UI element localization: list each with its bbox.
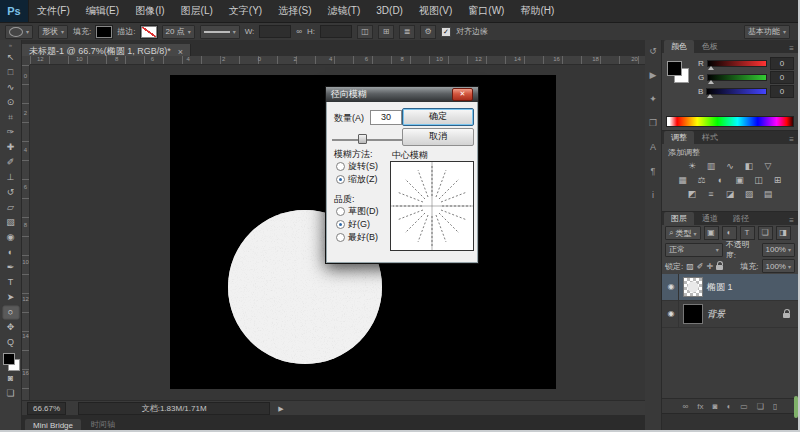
- lock-pixels-icon[interactable]: ✐: [697, 262, 704, 271]
- delete-layer-icon[interactable]: ▯: [773, 402, 777, 411]
- ok-button[interactable]: 确定: [402, 108, 474, 126]
- menu-item-view[interactable]: 视图(V): [411, 0, 460, 22]
- cancel-button[interactable]: 取消: [402, 128, 474, 146]
- arrange-icon[interactable]: ≣: [399, 25, 415, 39]
- adj-color-balance-icon[interactable]: ⚖: [694, 174, 709, 187]
- filter-pixel-icon[interactable]: ▣: [704, 226, 719, 240]
- tab-adjustments[interactable]: 调整: [664, 131, 694, 144]
- radio-good[interactable]: 好(G): [336, 218, 370, 231]
- panel-menu-icon[interactable]: ≡: [789, 44, 794, 53]
- adj-threshold-icon[interactable]: ◪: [723, 188, 738, 201]
- lock-position-icon[interactable]: ✛: [707, 262, 714, 271]
- radio-draft[interactable]: 草图(D): [336, 205, 379, 218]
- tool-quick-select[interactable]: ⊙: [2, 95, 20, 110]
- panel-menu-icon[interactable]: ≡: [789, 216, 794, 225]
- tool-dodge[interactable]: ◐: [2, 245, 20, 260]
- adjustment-layer-icon[interactable]: ◐: [726, 402, 731, 411]
- tool-brush[interactable]: ✐: [2, 155, 20, 170]
- slider-thumb[interactable]: [358, 134, 367, 144]
- red-value[interactable]: 0: [770, 57, 794, 70]
- tool-path-select[interactable]: ➤: [2, 290, 20, 305]
- history-panel-icon[interactable]: ↺: [646, 44, 661, 58]
- adj-color-lookup-icon[interactable]: ⊞: [770, 174, 785, 187]
- menu-item-3d[interactable]: 3D(D): [368, 0, 411, 22]
- tool-type[interactable]: T: [2, 275, 20, 290]
- lock-all-icon[interactable]: [716, 265, 723, 270]
- menu-item-help[interactable]: 帮助(H): [512, 0, 562, 22]
- document-size-info[interactable]: 文档:1.83M/1.71M: [78, 402, 270, 415]
- radio-spin[interactable]: 旋转(S): [336, 160, 378, 173]
- dialog-close-button[interactable]: ✕: [452, 88, 473, 101]
- foreground-color-swatch[interactable]: [3, 353, 15, 365]
- green-slider[interactable]: [707, 74, 767, 81]
- new-layer-icon[interactable]: ❏: [757, 402, 764, 411]
- tab-paths[interactable]: 路径: [726, 212, 756, 225]
- adj-black-white-icon[interactable]: ◐: [713, 174, 728, 187]
- tool-eyedropper[interactable]: ✑: [2, 125, 20, 140]
- width-field[interactable]: [259, 25, 291, 38]
- tool-ellipse-shape[interactable]: ○: [2, 305, 20, 320]
- scrollbar-thumb[interactable]: [794, 396, 798, 418]
- status-menu-arrow-icon[interactable]: ▶: [278, 405, 283, 413]
- tool-healing-brush[interactable]: ✚: [2, 140, 20, 155]
- tool-blur[interactable]: ◉: [2, 230, 20, 245]
- lock-transparent-icon[interactable]: ▨: [686, 262, 694, 271]
- dialog-title-bar[interactable]: 径向模糊 ✕: [326, 87, 478, 102]
- layer-name[interactable]: 椭圆 1: [707, 281, 733, 294]
- tool-mode-dropdown[interactable]: 形状▾: [38, 25, 68, 39]
- adj-gradient-map-icon[interactable]: ▤: [761, 188, 776, 201]
- tool-pen[interactable]: ✒: [2, 260, 20, 275]
- link-dimensions-icon[interactable]: ∞: [296, 27, 302, 36]
- menu-item-select[interactable]: 选择(S): [270, 0, 319, 22]
- toolbar-collapse-icon[interactable]: »: [9, 42, 12, 50]
- amount-input[interactable]: 30: [370, 110, 402, 125]
- quick-mask-button[interactable]: ◙: [2, 371, 20, 386]
- tab-styles[interactable]: 样式: [695, 131, 725, 144]
- menu-item-file[interactable]: 文件(F): [29, 0, 78, 22]
- tab-mini-bridge[interactable]: Mini Bridge: [25, 419, 81, 432]
- adj-levels-icon[interactable]: ▥: [704, 160, 719, 173]
- radio-selected-icon[interactable]: [336, 220, 345, 229]
- stroke-width-field[interactable]: 20 点▾: [162, 25, 195, 39]
- tool-zoom[interactable]: Q: [2, 335, 20, 350]
- adj-curves-icon[interactable]: ∿: [723, 160, 738, 173]
- stroke-type-dropdown[interactable]: ▾: [200, 25, 240, 39]
- tab-channels[interactable]: 通道: [695, 212, 725, 225]
- radio-zoom[interactable]: 缩放(Z): [336, 173, 378, 186]
- blue-value[interactable]: 0: [770, 85, 794, 98]
- layer-thumbnail[interactable]: [683, 304, 703, 324]
- visibility-eye-icon[interactable]: ◉: [664, 274, 679, 300]
- adj-vibrance-icon[interactable]: ▽: [761, 160, 776, 173]
- tab-close-icon[interactable]: ×: [178, 47, 183, 57]
- blend-mode-dropdown[interactable]: 正常 ▾: [665, 243, 723, 257]
- tab-swatches[interactable]: 色板: [695, 40, 725, 53]
- filter-shape-icon[interactable]: ❏: [758, 226, 773, 240]
- amount-slider[interactable]: [332, 132, 404, 141]
- layer-mask-icon[interactable]: ◙: [713, 402, 718, 411]
- visibility-eye-icon[interactable]: ◉: [664, 301, 679, 327]
- tab-color[interactable]: 颜色: [664, 40, 694, 53]
- layer-name[interactable]: 背景: [707, 308, 725, 321]
- zoom-level-field[interactable]: 66.67%: [27, 402, 66, 415]
- layer-filter-dropdown[interactable]: ⌕ 类型 ▾: [665, 226, 701, 240]
- menu-item-filter[interactable]: 滤镜(T): [320, 0, 369, 22]
- adj-posterize-icon[interactable]: ≡: [704, 188, 719, 201]
- opacity-dropdown[interactable]: 100% ▾: [762, 243, 795, 257]
- adj-photo-filter-icon[interactable]: ▣: [732, 174, 747, 187]
- menu-item-type[interactable]: 文字(Y): [221, 0, 270, 22]
- paragraph-panel-icon[interactable]: ¶: [646, 164, 661, 178]
- radio-icon[interactable]: [336, 207, 345, 216]
- adj-brightness-contrast-icon[interactable]: ☀: [685, 160, 700, 173]
- foreground-color-swatch[interactable]: [667, 61, 682, 76]
- fill-swatch[interactable]: [96, 26, 112, 38]
- tool-hand[interactable]: ✥: [2, 320, 20, 335]
- tool-history-brush[interactable]: ↺: [2, 185, 20, 200]
- blue-slider[interactable]: [706, 88, 767, 95]
- info-panel-icon[interactable]: i: [646, 188, 661, 202]
- layer-row-background[interactable]: ◉ 背景: [662, 301, 798, 328]
- horizontal-ruler[interactable]: 1210864202468101214161820: [30, 56, 645, 65]
- align-icon[interactable]: ⊞: [378, 25, 394, 39]
- menu-item-image[interactable]: 图像(I): [127, 0, 172, 22]
- tool-move[interactable]: ↖: [2, 50, 20, 65]
- tool-preset-dropdown[interactable]: ▾: [5, 25, 33, 39]
